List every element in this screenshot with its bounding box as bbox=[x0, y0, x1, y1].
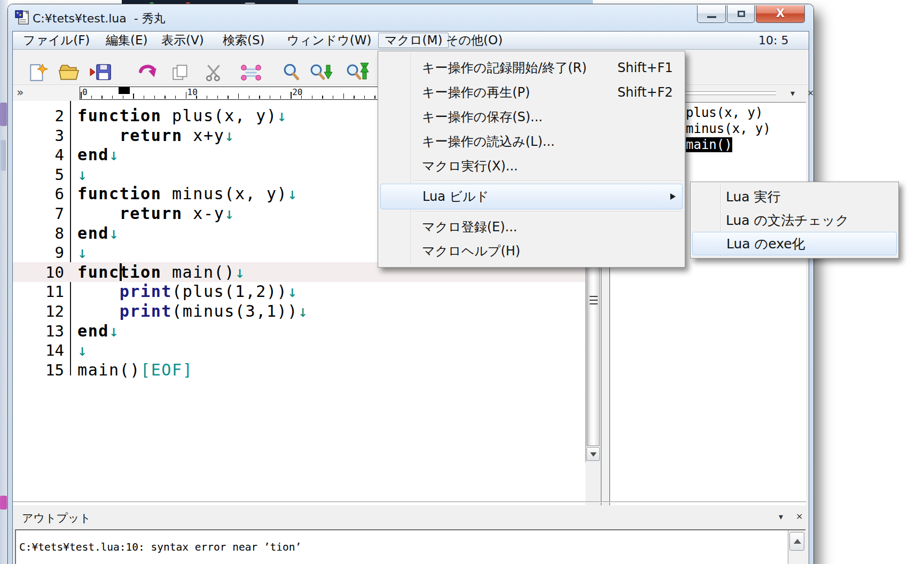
line-number: 5 bbox=[13, 165, 64, 185]
ruler-tick bbox=[228, 96, 229, 99]
cursor-position-indicator: 10: 5 bbox=[758, 32, 788, 49]
ruler-tick bbox=[333, 96, 334, 99]
code-line-15: 15main()[EOF] bbox=[13, 360, 585, 380]
menu-item-shortcut: Shift+F2 bbox=[617, 85, 673, 100]
code-line-14: 14↓ bbox=[13, 340, 585, 360]
ruler-tick bbox=[175, 96, 176, 99]
find-icon[interactable] bbox=[280, 62, 305, 83]
open-folder-icon[interactable] bbox=[57, 62, 82, 83]
find-next-down-icon[interactable] bbox=[309, 62, 334, 83]
outline-menu-button[interactable]: ▾ bbox=[790, 89, 795, 98]
ruler-tick bbox=[343, 93, 344, 99]
output-splitter[interactable] bbox=[13, 502, 806, 503]
menubar-item-4[interactable]: ウィンドウ(W) bbox=[285, 32, 373, 49]
ruler-tick bbox=[259, 96, 260, 99]
ruler-tick bbox=[354, 96, 355, 99]
ruler-tick bbox=[144, 96, 145, 99]
lua-submenu-item-1[interactable]: Lua の文法チェック bbox=[691, 208, 898, 232]
macro-menu-item-8[interactable]: マクロ登録(E)... bbox=[378, 215, 685, 239]
menu-item-label: Lua のexe化 bbox=[726, 235, 805, 253]
macro-menu-item-4[interactable]: マクロ実行(X)... bbox=[378, 154, 685, 178]
maximize-button[interactable] bbox=[727, 5, 755, 23]
output-close-button[interactable]: × bbox=[796, 512, 803, 521]
close-button[interactable]: X bbox=[756, 5, 805, 23]
menu-item-label: マクロ実行(X)... bbox=[422, 158, 518, 175]
line-number: 8 bbox=[13, 224, 64, 244]
line-text: function main()↓ bbox=[77, 263, 246, 281]
line-number: 14 bbox=[13, 341, 64, 361]
ruler-corner: » bbox=[13, 85, 80, 101]
line-number: 10 bbox=[13, 263, 64, 283]
find-next-up-icon[interactable] bbox=[346, 62, 370, 83]
output-error-text: C:¥tets¥test.lua:10: syntax error near ’… bbox=[19, 541, 301, 553]
ruler-label-10: 10 bbox=[187, 87, 198, 97]
line-number: 3 bbox=[13, 126, 64, 146]
macro-menu-item-1[interactable]: キー操作の再生(P)Shift+F2 bbox=[378, 80, 685, 105]
ruler-tick bbox=[217, 96, 218, 99]
line-text: end↓ bbox=[77, 145, 120, 164]
scrollbar-down-button[interactable] bbox=[586, 447, 600, 461]
menubar-item-2[interactable]: 表示(V) bbox=[159, 32, 206, 49]
output-scrollbar[interactable] bbox=[788, 530, 805, 564]
line-text: return x-y↓ bbox=[77, 204, 235, 223]
menu-separator bbox=[378, 178, 685, 184]
ruler-tick bbox=[270, 96, 271, 99]
scrollbar-grip-icon bbox=[590, 296, 598, 305]
ruler-tick bbox=[312, 96, 313, 99]
lua-submenu-item-0[interactable]: Lua 実行 bbox=[691, 185, 898, 208]
menu-item-label: キー操作の読込み(L)... bbox=[422, 133, 555, 150]
menu-bar: 10: 5 ファイル(F)編集(E)表示(V)検索(S)ウィンドウ(W)マクロ(… bbox=[13, 32, 809, 50]
maximize-icon bbox=[738, 11, 745, 17]
menu-item-label: Lua 実行 bbox=[726, 188, 781, 206]
lua-submenu-item-2[interactable]: Lua のexe化 bbox=[692, 232, 897, 255]
copy-icon[interactable] bbox=[169, 62, 193, 83]
new-file-icon[interactable] bbox=[25, 62, 50, 83]
code-line-11: 11 print(plus(1,2))↓ bbox=[13, 281, 585, 301]
ruler-tick bbox=[186, 92, 187, 99]
minimize-icon bbox=[707, 16, 716, 18]
menubar-item-0[interactable]: ファイル(F) bbox=[21, 32, 92, 49]
save-file-icon[interactable] bbox=[89, 62, 114, 83]
desktop-left-edge bbox=[0, 0, 8, 564]
cut-icon[interactable] bbox=[202, 62, 227, 83]
output-menu-button[interactable]: ▾ bbox=[779, 512, 783, 522]
ruler-label-20: 20 bbox=[292, 87, 302, 97]
code-line-12: 12 print(minus(3,1))↓ bbox=[13, 301, 585, 321]
macro-menu-item-0[interactable]: キー操作の記録開始/終了(R)Shift+F1 bbox=[378, 56, 685, 80]
menubar-item-1[interactable]: 編集(E) bbox=[104, 32, 150, 49]
output-content[interactable]: C:¥tets¥test.lua:10: syntax error near ’… bbox=[15, 529, 805, 564]
arrow-up-icon bbox=[794, 539, 801, 544]
lua-build-submenu: Lua 実行Lua の文法チェックLua のexe化 bbox=[690, 182, 899, 258]
outline-close-button[interactable]: × bbox=[807, 88, 814, 98]
minimize-button[interactable] bbox=[697, 5, 726, 23]
ruler-tick bbox=[291, 92, 292, 99]
line-number: 11 bbox=[13, 282, 64, 302]
macro-menu-item-9[interactable]: マクロヘルプ(H) bbox=[378, 239, 685, 263]
output-scroll-up-button[interactable] bbox=[789, 532, 804, 551]
paste-special-icon[interactable] bbox=[239, 62, 263, 83]
line-text: print(plus(1,2))↓ bbox=[77, 282, 298, 301]
titlebar[interactable]: C:¥tets¥test.lua - 秀丸 X bbox=[8, 4, 813, 31]
window-title: C:¥tets¥test.lua - 秀丸 bbox=[33, 11, 166, 27]
ruler-tick bbox=[133, 93, 134, 99]
menu-item-label: マクロ登録(E)... bbox=[422, 218, 517, 236]
menu-item-shortcut: Shift+F1 bbox=[617, 60, 673, 75]
ruler-tick bbox=[280, 96, 281, 99]
code-line-13: 13end↓ bbox=[13, 321, 585, 341]
ruler-tick bbox=[165, 96, 166, 99]
macro-menu-item-3[interactable]: キー操作の読込み(L)... bbox=[378, 129, 685, 154]
submenu-arrow-icon bbox=[670, 193, 676, 200]
macro-menu-item-6[interactable]: Lua ビルド bbox=[380, 184, 683, 209]
line-text: return x+y↓ bbox=[77, 126, 235, 145]
fold-margin-button[interactable]: » bbox=[17, 85, 24, 99]
undo-icon[interactable] bbox=[136, 62, 161, 83]
ruler-caret-marker bbox=[119, 87, 130, 94]
line-number: 9 bbox=[13, 243, 64, 263]
menubar-item-5[interactable]: マクロ(M) bbox=[378, 33, 449, 48]
menubar-item-6[interactable]: その他(O) bbox=[444, 32, 505, 49]
ruler-tick bbox=[101, 96, 103, 99]
ruler-tick bbox=[112, 96, 113, 99]
menubar-item-3[interactable]: 検索(S) bbox=[221, 32, 267, 49]
line-text: end↓ bbox=[77, 224, 120, 242]
macro-menu-item-2[interactable]: キー操作の保存(S)... bbox=[378, 105, 685, 129]
